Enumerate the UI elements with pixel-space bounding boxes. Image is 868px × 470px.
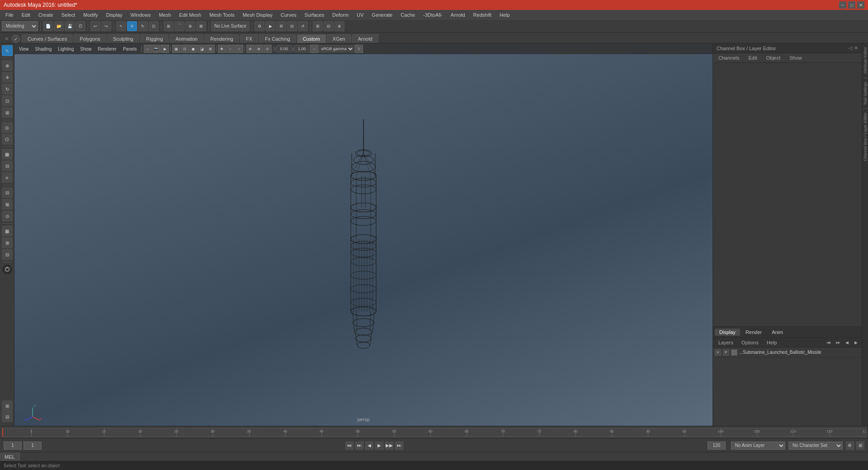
pb-settings-btn[interactable]: ⚙ <box>846 442 854 450</box>
cb-tab-show[interactable]: Show <box>786 54 806 61</box>
vp-lighting-menu[interactable]: Lighting <box>55 45 76 53</box>
vp-colorspace-select[interactable]: sRGB gamma <box>319 45 354 52</box>
current-frame-input[interactable] <box>4 442 22 450</box>
menu-cache[interactable]: Cache <box>397 11 419 19</box>
pb-skip-fwd-btn[interactable]: ⏭ <box>395 442 403 450</box>
icon2[interactable]: ⊟ <box>324 21 334 31</box>
constraint-tool[interactable]: ⊟ <box>2 187 13 198</box>
vp-shade-btn[interactable]: ◪ <box>198 45 206 53</box>
vp-panels-menu[interactable]: Panels <box>120 45 140 53</box>
render-refresh-btn[interactable]: ↺ <box>298 21 308 31</box>
minimize-button[interactable]: ─ <box>839 1 846 9</box>
options-subtab[interactable]: Options <box>738 339 762 346</box>
vp-gamma-checkbox[interactable]: ✓ <box>310 45 318 53</box>
save-as-btn[interactable]: 🗒 <box>75 21 85 31</box>
rotate-manip[interactable]: ↻ <box>2 84 13 94</box>
tab-arnold[interactable]: Arnold <box>352 34 378 43</box>
tab-animation[interactable]: Animation <box>170 34 203 43</box>
tab-sculpting[interactable]: Sculpting <box>107 34 139 43</box>
vp-sel-btn[interactable]: ⊕ <box>255 45 263 53</box>
icon3[interactable]: ⊗ <box>335 21 344 31</box>
extra-tool-2[interactable]: ⊟ <box>2 249 13 260</box>
menu-curves[interactable]: Curves <box>277 11 300 19</box>
anim-layer-select[interactable]: No Anim Layer <box>731 442 785 450</box>
menu-arnold[interactable]: Arnold <box>447 11 469 19</box>
current-frame-input2[interactable] <box>24 442 42 450</box>
render-settings-btn[interactable]: ⚙ <box>276 21 286 31</box>
move-manip[interactable]: ✛ <box>2 72 13 83</box>
menu-mesh-tools[interactable]: Mesh Tools <box>206 11 238 19</box>
pb-skip-back-btn[interactable]: ⏮ <box>345 442 354 450</box>
new-scene-btn[interactable]: 📄 <box>43 21 53 31</box>
icon1[interactable]: ⊞ <box>313 21 323 31</box>
snap-curve-btn[interactable]: ⌒ <box>175 21 184 31</box>
menu-file[interactable]: File <box>2 11 17 19</box>
menu-edit-mesh[interactable]: Edit Mesh <box>175 11 205 19</box>
menu-modify[interactable]: Modify <box>80 11 101 19</box>
vp-aov-btn[interactable]: ⊙ <box>264 45 272 53</box>
window-controls[interactable]: ─ □ ✕ <box>839 1 864 9</box>
ts-strip-btn[interactable]: Tool Settings <box>863 80 868 107</box>
layer-vis-p[interactable]: P <box>723 349 729 356</box>
render-cam-icon[interactable] <box>2 264 13 275</box>
shelf-menu-btn[interactable]: ≡ <box>2 34 12 43</box>
layer-pb-btn-1[interactable]: ⏮ <box>825 338 833 347</box>
vp-show-menu[interactable]: Show <box>77 45 94 53</box>
close-button[interactable]: ✕ <box>857 1 864 9</box>
menu-3dto-all[interactable]: -3DtoAll- <box>420 11 446 19</box>
menu-select[interactable]: Select <box>58 11 79 19</box>
tab-curves-surfaces[interactable]: Curves / Surfaces <box>22 34 73 43</box>
vp-snp3[interactable]: ☆ <box>235 45 243 53</box>
vp-offset-input[interactable] <box>276 45 292 52</box>
channel-box-close-btn[interactable]: ✕ <box>854 45 858 51</box>
paint-tool[interactable]: ⊕ <box>2 60 13 71</box>
measure-tool[interactable]: ⊟ <box>2 160 13 171</box>
shelf-home-btn[interactable]: ✓ <box>12 35 20 43</box>
layer-vis-v[interactable]: V <box>715 349 721 356</box>
scale-tool-btn[interactable]: ⊡ <box>149 21 159 31</box>
disp-tab-anim[interactable]: Anim <box>767 329 788 336</box>
ae-strip-btn[interactable]: Attribute Editor <box>863 45 868 76</box>
cb-tab-channels[interactable]: Channels <box>715 54 743 61</box>
snap-grid-btn[interactable]: ⊞ <box>164 21 174 31</box>
vp-view-menu[interactable]: View <box>16 45 32 53</box>
disp-tab-render[interactable]: Render <box>741 329 766 336</box>
no-live-surface-btn[interactable]: No Live Surface <box>211 21 250 31</box>
menu-windows[interactable]: Windows <box>127 11 155 19</box>
vp-renderer-menu[interactable]: Renderer <box>95 45 119 53</box>
menu-mesh-display[interactable]: Mesh Display <box>239 11 276 19</box>
tab-custom[interactable]: Custom <box>297 34 326 43</box>
tab-rendering[interactable]: Rendering <box>204 34 239 43</box>
rotate-tool-btn[interactable]: ↻ <box>138 21 148 31</box>
select-tool-btn[interactable]: ↖ <box>116 21 126 31</box>
pivot-tool[interactable]: ⊙ <box>2 211 13 221</box>
script-input-field[interactable] <box>20 452 868 461</box>
viewport[interactable]: View Shading Lighting Show Renderer Pane… <box>14 43 712 426</box>
menu-help[interactable]: Help <box>496 11 514 19</box>
channel-box-expand-btn[interactable]: ◁ <box>849 45 852 51</box>
annotation[interactable]: ≡ <box>2 172 13 183</box>
vp-grid-btn[interactable]: ▦ <box>172 45 180 53</box>
select-tool[interactable]: ↖ <box>2 45 13 56</box>
scale-manip[interactable]: ⊡ <box>2 95 13 106</box>
cb-tab-object[interactable]: Object <box>762 54 784 61</box>
bottom-tool-2[interactable]: ⊟ <box>2 411 13 422</box>
layer-pb-btn-2[interactable]: ⏭ <box>834 338 842 347</box>
tab-rigging[interactable]: Rigging <box>140 34 169 43</box>
menu-uv[interactable]: UV <box>353 11 367 19</box>
layer-pb-btn-4[interactable]: ▶ <box>852 338 860 347</box>
vp-tex-btn[interactable]: ⊞ <box>207 45 215 53</box>
vp-shading-menu[interactable]: Shading <box>33 45 55 53</box>
vp-camera-btn[interactable]: 📷 <box>152 45 160 53</box>
vp-wire-btn[interactable]: ⊡ <box>181 45 189 53</box>
tab-xgen[interactable]: XGen <box>327 34 351 43</box>
vp-render-btn[interactable]: ▶ <box>161 45 169 53</box>
maximize-button[interactable]: □ <box>848 1 855 9</box>
pb-step-back-btn[interactable]: ⏭ <box>355 442 363 450</box>
redo-btn[interactable]: ↪ <box>101 21 111 31</box>
extra-tool-1[interactable]: ⊞ <box>2 237 13 248</box>
timeline-ruler[interactable]: 5101520253035404550556065707580859095100… <box>2 428 866 437</box>
hypershade-btn[interactable]: ⊟ <box>287 21 297 31</box>
tab-fx-caching[interactable]: Fx Caching <box>259 34 296 43</box>
menu-generate[interactable]: Generate <box>368 11 396 19</box>
